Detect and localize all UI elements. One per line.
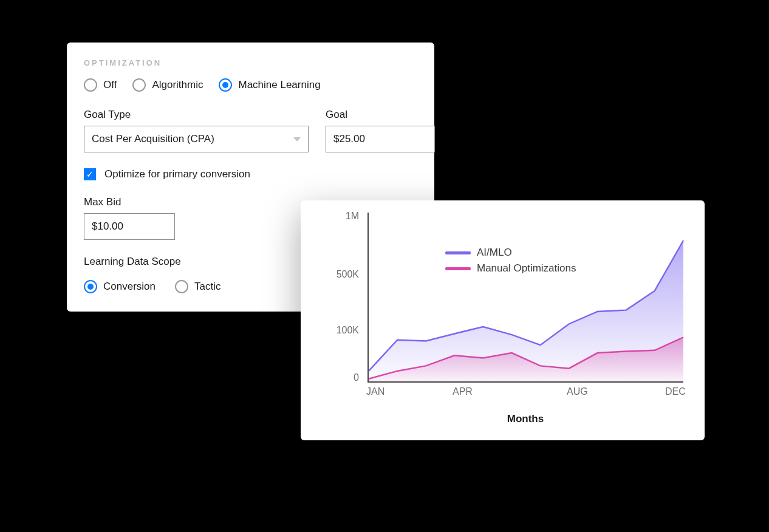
performance-chart-card: 1M 500K 100K 0 AI/MLO Manual Optimizatio…: [301, 200, 705, 440]
optimization-mode-radios: Off Algorithmic Machine Learning: [84, 78, 417, 92]
legend-swatch-manual: [445, 267, 471, 270]
radio-tactic[interactable]: Tactic: [175, 280, 220, 293]
radio-label-off: Off: [103, 79, 117, 91]
optimize-primary-checkbox-row[interactable]: ✓ Optimize for primary conversion: [84, 168, 417, 180]
goal-type-value: Cost Per Acquisition (CPA): [92, 133, 214, 145]
optimization-section-title: OPTIMIZATION: [84, 58, 417, 67]
radio-icon: [175, 280, 188, 293]
chart-legend: AI/MLO Manual Optimizations: [445, 247, 576, 278]
radio-icon: [84, 78, 97, 92]
radio-label-ml: Machine Learning: [238, 79, 320, 91]
goal-input[interactable]: $25.00: [326, 126, 435, 152]
legend-item-manual: Manual Optimizations: [445, 262, 576, 275]
x-tick-aug: AUG: [567, 386, 588, 397]
radio-icon: [132, 78, 146, 92]
x-tick-jan: JAN: [366, 386, 384, 397]
optimize-primary-label: Optimize for primary conversion: [104, 168, 250, 180]
goal-value: $25.00: [333, 133, 365, 145]
radio-machine-learning[interactable]: Machine Learning: [219, 78, 320, 92]
goal-label: Goal: [326, 109, 435, 121]
checkbox-icon: ✓: [84, 168, 96, 180]
legend-label-ai: AI/MLO: [477, 247, 512, 259]
radio-algorithmic[interactable]: Algorithmic: [132, 78, 203, 92]
goal-type-select[interactable]: Cost Per Acquisition (CPA): [84, 126, 309, 152]
radio-label-tactic: Tactic: [194, 281, 220, 293]
radio-off[interactable]: Off: [84, 78, 117, 92]
checkmark-icon: ✓: [86, 170, 94, 179]
y-tick-100k: 100K: [337, 325, 359, 336]
radio-icon: [84, 280, 97, 293]
max-bid-value: $10.00: [92, 220, 123, 233]
legend-item-ai: AI/MLO: [445, 247, 576, 259]
x-axis-title: Months: [367, 413, 683, 425]
x-tick-dec: DEC: [665, 386, 686, 397]
y-tick-0: 0: [354, 372, 359, 383]
goal-type-label: Goal Type: [84, 109, 309, 121]
radio-label-conversion: Conversion: [103, 281, 156, 293]
radio-icon: [219, 78, 232, 92]
y-tick-1m: 1M: [346, 211, 359, 222]
goal-type-field: Goal Type Cost Per Acquisition (CPA): [84, 109, 309, 152]
goal-field: Goal $25.00: [326, 109, 435, 152]
legend-label-manual: Manual Optimizations: [477, 262, 576, 275]
radio-conversion[interactable]: Conversion: [84, 280, 156, 293]
legend-swatch-ai: [445, 251, 471, 254]
x-tick-apr: APR: [453, 386, 473, 397]
max-bid-input[interactable]: $10.00: [84, 213, 175, 240]
y-tick-500k: 500K: [337, 269, 359, 280]
y-axis: 1M 500K 100K 0: [318, 213, 365, 383]
radio-label-algorithmic: Algorithmic: [152, 79, 203, 91]
chart-plot-area: [367, 213, 683, 383]
chevron-down-icon: [293, 137, 301, 142]
chart-svg: [369, 213, 683, 381]
